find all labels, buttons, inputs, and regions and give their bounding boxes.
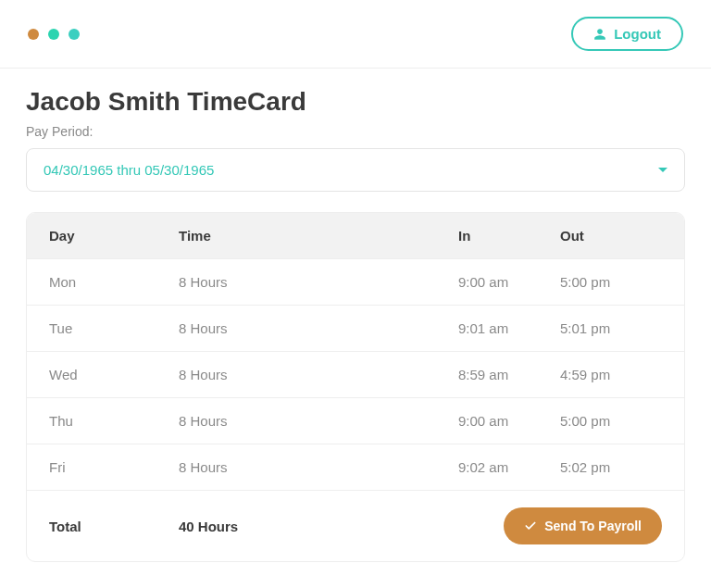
traffic-light-close-icon[interactable]	[28, 29, 39, 40]
titlebar: Logout	[0, 0, 711, 69]
cell-time: 8 Hours	[179, 459, 458, 475]
cell-in: 9:02 am	[458, 459, 560, 475]
traffic-lights	[28, 29, 80, 40]
send-to-payroll-button[interactable]: Send To Payroll	[504, 507, 662, 544]
pay-period-value: 04/30/1965 thru 05/30/1965	[44, 162, 214, 178]
table-row: Fri8 Hours9:02 am5:02 pm	[27, 444, 684, 490]
chevron-down-icon	[658, 168, 667, 172]
cell-out: 5:01 pm	[560, 320, 662, 336]
cell-day: Wed	[49, 367, 179, 382]
col-out: Out	[560, 228, 662, 244]
user-icon	[593, 28, 606, 41]
col-in: In	[458, 228, 560, 244]
cell-out: 5:00 pm	[560, 274, 662, 290]
send-label: Send To Payroll	[544, 519, 642, 533]
pay-period-select[interactable]: 04/30/1965 thru 05/30/1965	[26, 148, 685, 192]
table-body: Mon8 Hours9:00 am5:00 pmTue8 Hours9:01 a…	[27, 258, 684, 490]
cell-out: 5:02 pm	[560, 459, 662, 475]
total-value: 40 Hours	[179, 519, 458, 534]
traffic-light-zoom-icon[interactable]	[69, 29, 80, 40]
table-footer: Total 40 Hours Send To Payroll	[27, 490, 684, 561]
total-label: Total	[49, 519, 179, 534]
table-row: Thu8 Hours9:00 am5:00 pm	[27, 397, 684, 444]
table-header: Day Time In Out	[27, 213, 684, 258]
cell-day: Mon	[49, 274, 179, 290]
table-row: Tue8 Hours9:01 am5:01 pm	[27, 305, 684, 351]
table-row: Mon8 Hours9:00 am5:00 pm	[27, 258, 684, 305]
content: Jacob Smith TimeCard Pay Period: 04/30/1…	[0, 69, 711, 588]
cell-time: 8 Hours	[179, 367, 458, 382]
cell-time: 8 Hours	[179, 413, 458, 429]
cell-in: 9:00 am	[458, 274, 560, 290]
cell-time: 8 Hours	[179, 320, 458, 336]
col-day: Day	[49, 228, 179, 244]
page-title: Jacob Smith TimeCard	[26, 87, 685, 117]
cell-in: 9:00 am	[458, 413, 560, 429]
timecard-table: Day Time In Out Mon8 Hours9:00 am5:00 pm…	[26, 212, 685, 562]
cell-day: Thu	[49, 413, 179, 429]
logout-label: Logout	[614, 26, 661, 42]
table-row: Wed8 Hours8:59 am4:59 pm	[27, 351, 684, 397]
col-time: Time	[179, 228, 458, 244]
check-icon	[524, 519, 537, 532]
pay-period-label: Pay Period:	[26, 124, 685, 139]
window: Logout Jacob Smith TimeCard Pay Period: …	[0, 0, 711, 588]
cell-time: 8 Hours	[179, 274, 458, 290]
cell-out: 5:00 pm	[560, 413, 662, 429]
cell-in: 9:01 am	[458, 320, 560, 336]
traffic-light-minimize-icon[interactable]	[48, 29, 59, 40]
cell-day: Tue	[49, 320, 179, 336]
logout-button[interactable]: Logout	[571, 17, 683, 51]
cell-in: 8:59 am	[458, 367, 560, 382]
cell-day: Fri	[49, 459, 179, 475]
cell-out: 4:59 pm	[560, 367, 662, 382]
